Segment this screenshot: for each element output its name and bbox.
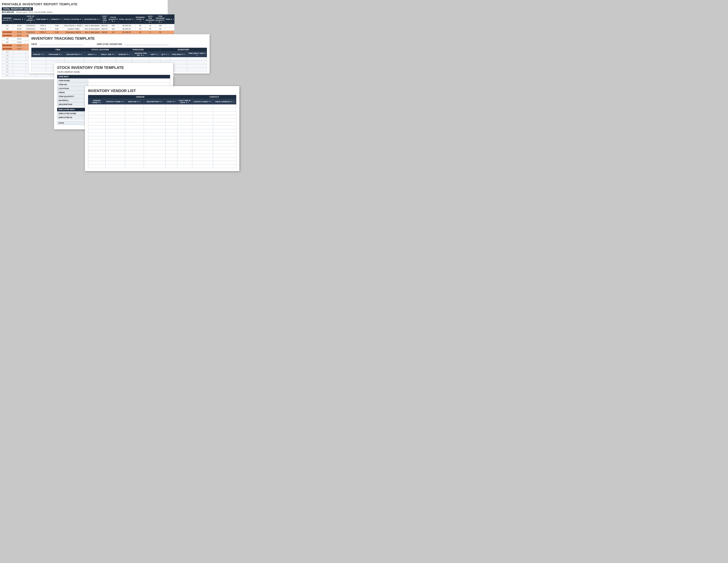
vnd-col-cost[interactable]: COST ▼	[166, 99, 177, 104]
col-reorder-level[interactable]: REORDER LEVEL ▼	[135, 15, 145, 24]
table-row	[88, 122, 236, 126]
vnd-col-vendor-name[interactable]: VENDORNAME ▼	[88, 99, 106, 104]
field-label: PRICE	[57, 90, 88, 94]
group-purchase: PURCHASE	[116, 48, 160, 52]
field-value	[88, 83, 170, 86]
vendor-table: VENDOR CONTACT VENDORNAME ▼ PRODUCT NAME…	[88, 95, 236, 168]
table-row	[88, 118, 236, 122]
stock-company-name: YOUR COMPANY NAME	[57, 71, 170, 73]
table-row	[88, 143, 236, 147]
vnd-col-web-link[interactable]: WEB LINK ▼	[125, 99, 144, 104]
field-label: DESCRIPTION	[57, 102, 88, 106]
col-cost-per-item[interactable]: COST PER ITEM ▼	[101, 15, 108, 24]
table-row	[88, 157, 236, 161]
table-row	[32, 57, 207, 61]
vnd-col-description[interactable]: DESCRIPTION ▼	[144, 99, 166, 104]
trk-col-vendor[interactable]: VENDOR ▼	[116, 52, 132, 57]
trk-col-unit[interactable]: UNIT ▼	[149, 52, 160, 57]
table-row	[88, 136, 236, 140]
table-row	[88, 108, 236, 111]
table-row	[88, 133, 236, 136]
group-stock: STOCK LOCATION	[84, 48, 116, 52]
tracking-title: INVENTORY TRACKING TEMPLATE	[31, 36, 207, 41]
trk-col-shelf-bin[interactable]: SHELF / BIN ▼	[100, 52, 116, 57]
table-row	[88, 150, 236, 154]
trk-col-item-name[interactable]: ITEM NAME ▼	[46, 52, 64, 57]
table-row	[88, 129, 236, 133]
total-inv-value: $13,550.00	[2, 11, 14, 13]
col-vendor[interactable]: VENDOR ▼	[51, 15, 63, 24]
field-label: EMPLOYEE ID	[57, 115, 88, 119]
col-item-no[interactable]: ITEM NO. ▼	[13, 15, 26, 24]
table-row	[88, 115, 236, 118]
table-row	[88, 161, 236, 164]
field-value	[88, 79, 170, 83]
table-row	[88, 164, 236, 168]
stock-item-info-header: ITEM INFO	[57, 75, 170, 78]
trk-col-item-area[interactable]: ITEM AREA ▼	[170, 52, 187, 57]
list-item: ITEM NAME	[57, 79, 170, 83]
table-row	[88, 104, 236, 108]
list-item: ITEM NO.	[57, 83, 170, 86]
trk-col-item-no[interactable]: ITEM NO. ▼	[32, 52, 46, 57]
table-row: REORDERC1235/20/2016ITEM CColeBasement, …	[2, 31, 174, 34]
col-stock-qty[interactable]: STOCKQUANTITY ▼	[108, 15, 118, 24]
table-row	[88, 140, 236, 143]
vnd-col-contact-name[interactable]: CONTACT NAME ▼	[192, 99, 213, 104]
vnd-col-product-name[interactable]: PRODUCT NAME ▼	[105, 99, 125, 104]
tracking-date-label: DATE	[31, 43, 84, 45]
vendor-title: INVENTORY VENDOR LIST	[88, 89, 236, 93]
trk-col-vendor-item-no[interactable]: VENDOR ITEMNO. ▼	[132, 52, 149, 57]
vnd-group-vendor: VENDOR	[88, 95, 192, 99]
table-row	[88, 126, 236, 129]
col-stock-location[interactable]: STOCK LOCATION ▼	[63, 15, 84, 24]
vnd-col-email[interactable]: EMAIL ADDRESS ▼	[213, 99, 236, 104]
col-item-reorder-qty[interactable]: ITEM REORDERQUANTITY ▼	[155, 15, 165, 24]
total-inv-label: TOTAL INVENTORY VALUE	[2, 7, 33, 11]
col-item-extra[interactable]: ITEM ▼	[165, 15, 174, 24]
trk-col-item-shelf-bin[interactable]: ITEM SHELF / BIN ▼	[187, 52, 207, 57]
col-description[interactable]: DESCRIPTION ▼	[84, 15, 101, 24]
col-total-value[interactable]: TOTAL VALUE ▼	[118, 15, 135, 24]
field-label: LOCATION	[57, 86, 88, 90]
field-label: EMPLOYEE NAME	[57, 111, 88, 115]
vnd-group-contact: CONTACT	[192, 95, 236, 99]
trk-col-area[interactable]: AREA ▼	[84, 52, 100, 57]
printable-title: PRINTABLE INVENTORY REPORT TEMPLATE	[2, 2, 166, 6]
stock-title: STOCK INVENTORY ITEM TEMPLATE	[57, 66, 170, 70]
col-reorder[interactable]: REORDER(auto-fill) ▼	[2, 15, 13, 24]
stock-date-label: DATE	[57, 121, 88, 125]
tracking-sig-label: EMPLOYEE SIGNATURE	[97, 43, 169, 45]
col-item-name[interactable]: ITEM NAME ▼	[36, 15, 51, 24]
group-item: ITEM	[32, 48, 84, 52]
field-label: ITEM NAME	[57, 79, 88, 83]
total-inv-note: *Based upon TOTAL VALUE fields, below.	[16, 11, 53, 13]
table-row	[88, 154, 236, 157]
trk-col-qty[interactable]: QTY ▼	[160, 52, 170, 57]
field-label: ITEM NO.	[57, 83, 88, 86]
trk-col-desc[interactable]: DESCRIPTION ▼	[65, 52, 84, 57]
group-inventory: INVENTORY	[160, 48, 207, 52]
table-row	[88, 111, 236, 115]
table-row: OKB1235/20/2016ITEM BColeOutdoor PalletI…	[2, 27, 174, 31]
vendor-list-sheet: INVENTORY VENDOR LIST VENDOR CONTACT VEN…	[85, 86, 239, 171]
field-label: MATERIAL	[57, 98, 88, 102]
vnd-col-lead-time[interactable]: LEAD TIME INDAYS ▼	[177, 99, 192, 104]
table-row	[88, 147, 236, 150]
col-date-last-order[interactable]: DATE OF LASTORDER ▼	[26, 15, 36, 24]
col-days-per-reorder[interactable]: DAYS PERREORDER ▼	[145, 15, 155, 24]
field-label: ITEM QUANTITY	[57, 94, 88, 98]
table-row: OKA1235/20/2016ITEM AColeStore Room A, S…	[2, 24, 174, 27]
